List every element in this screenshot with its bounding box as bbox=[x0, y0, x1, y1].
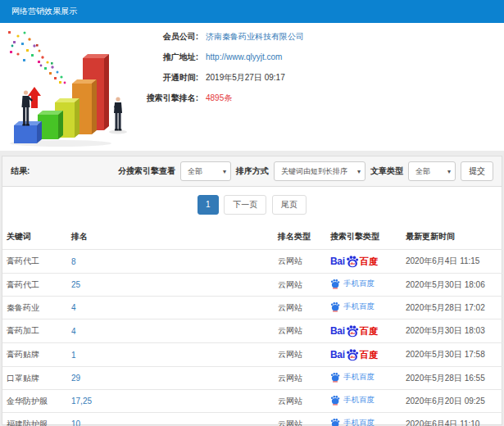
mobile-baidu-paw-icon bbox=[330, 418, 340, 426]
mobile-baidu-logo: 手机百度 bbox=[330, 279, 375, 289]
page-title: 网络营销效果展示 bbox=[11, 7, 77, 16]
submit-button[interactable]: 提交 bbox=[461, 161, 493, 181]
engine-cell: Bai du 百度 bbox=[330, 250, 406, 274]
mobile-baidu-label: 手机百度 bbox=[343, 372, 375, 383]
article-type-select[interactable]: 全部 ▾ bbox=[408, 161, 456, 181]
table-header-row: 关键词 排名 排名类型 搜索引擎类型 最新更新时间 bbox=[2, 224, 502, 250]
baidu-paw-icon: du bbox=[346, 255, 359, 268]
column-header: 搜索引擎类型 bbox=[330, 224, 406, 250]
info-value[interactable]: http://www.qlyyjt.com bbox=[206, 52, 282, 61]
info-value: 4895条 bbox=[206, 93, 232, 104]
table-row: 金华防护服 17,25 云网站 手机百度 2020年6月20日 09:25 bbox=[2, 390, 502, 413]
baidu-pc-logo: Bai du 百度 bbox=[330, 324, 378, 338]
filter-label: 分搜索引擎查看 bbox=[118, 165, 175, 177]
pagination: 1 下一页 尾页 bbox=[2, 195, 502, 215]
table-row: 膏药贴牌 1 云网站 Bai du 百度 2020年5月30日 17:58 bbox=[2, 343, 502, 367]
mobile-baidu-paw-icon bbox=[330, 301, 340, 312]
engine-cell: 手机百度 bbox=[330, 297, 406, 320]
keyword-cell: 口罩贴牌 bbox=[2, 367, 71, 390]
baidu-logo-latin: Bai bbox=[330, 325, 345, 337]
updated-cell: 2020年5月30日 17:58 bbox=[406, 343, 502, 367]
info-label: 搜索引擎排名: bbox=[144, 93, 198, 104]
updated-cell: 2020年6月20日 09:25 bbox=[406, 390, 502, 413]
info-label: 推广地址: bbox=[144, 52, 198, 63]
table-row: 福建防护服 10 云网站 手机百度 2020年6月4日 11:10 bbox=[2, 413, 502, 426]
member-info-fields: 会员公司: 济南秦鲁药业科技有限公司 推广地址: http://www.qlyy… bbox=[144, 23, 304, 151]
baidu-logo-chinese: 百度 bbox=[360, 256, 378, 268]
table-row: 秦鲁药业 4 云网站 手机百度 2020年5月28日 17:02 bbox=[2, 297, 502, 320]
rank-type-cell: 云网站 bbox=[278, 274, 330, 297]
rank-link[interactable]: 10 bbox=[71, 419, 80, 426]
filter-controls: 分搜索引擎查看 全部 ▾排序方式 关键词由短到长排序 ▾文章类型 全部 ▾提交 bbox=[118, 161, 493, 181]
rank-link[interactable]: 25 bbox=[71, 280, 80, 289]
keyword-cell: 膏药代工 bbox=[2, 274, 71, 297]
table-row: 口罩贴牌 29 云网站 手机百度 2020年5月28日 16:55 bbox=[2, 367, 502, 390]
page-button[interactable]: 下一页 bbox=[224, 195, 266, 215]
page-button[interactable]: 1 bbox=[198, 195, 219, 215]
sort-order-select[interactable]: 关键词由短到长排序 ▾ bbox=[274, 161, 366, 181]
baidu-logo-latin: Bai bbox=[330, 256, 345, 267]
updated-cell: 2020年6月4日 11:10 bbox=[406, 413, 502, 426]
baidu-du-text: du bbox=[350, 355, 355, 359]
updated-cell: 2020年5月30日 18:03 bbox=[406, 320, 502, 343]
baidu-logo-chinese: 百度 bbox=[360, 349, 378, 361]
engine-cell: 手机百度 bbox=[330, 274, 406, 297]
rank-type-cell: 云网站 bbox=[278, 343, 330, 367]
rank-link[interactable]: 4 bbox=[71, 327, 76, 336]
updated-cell: 2020年5月30日 18:06 bbox=[406, 274, 502, 297]
rank-link[interactable]: 4 bbox=[71, 303, 76, 312]
updated-cell: 2020年5月28日 16:55 bbox=[406, 367, 502, 390]
select-value: 全部 bbox=[415, 166, 430, 177]
rank-link[interactable]: 1 bbox=[71, 351, 76, 360]
results-panel-body: 1 下一页 尾页 关键词 排名 排名类型 搜索引擎类型 最新更新时间 膏药代工 … bbox=[2, 187, 502, 426]
mobile-baidu-paw-icon bbox=[330, 279, 340, 289]
engine-filter-select[interactable]: 全部 ▾ bbox=[180, 161, 231, 181]
rank-link[interactable]: 8 bbox=[71, 257, 76, 266]
mobile-baidu-label: 手机百度 bbox=[343, 301, 375, 312]
baidu-paw-icon: du bbox=[346, 348, 359, 361]
mobile-baidu-logo: 手机百度 bbox=[330, 395, 375, 406]
engine-cell: 手机百度 bbox=[330, 367, 406, 390]
baidu-pc-logo: Bai du 百度 bbox=[330, 255, 378, 268]
filter-bar: 结果: 分搜索引擎查看 全部 ▾排序方式 关键词由短到长排序 ▾文章类型 全部 … bbox=[2, 156, 502, 187]
caret-down-icon: ▾ bbox=[223, 168, 226, 175]
keyword-cell: 金华防护服 bbox=[2, 390, 71, 413]
updated-cell: 2020年6月4日 11:15 bbox=[406, 250, 502, 274]
confetti-dots bbox=[8, 31, 66, 84]
caret-down-icon: ▾ bbox=[447, 168, 451, 175]
info-value[interactable]: 济南秦鲁药业科技有限公司 bbox=[206, 31, 304, 43]
baidu-logo-chinese: 百度 bbox=[360, 325, 378, 338]
rank-link[interactable]: 17,25 bbox=[71, 397, 92, 406]
info-label: 会员公司: bbox=[144, 31, 198, 43]
keyword-cell: 福建防护服 bbox=[2, 413, 71, 426]
mobile-baidu-paw-icon bbox=[330, 395, 340, 406]
info-row: 开通时间: 2019年5月27日 09:17 bbox=[144, 67, 304, 88]
results-table: 关键词 排名 排名类型 搜索引擎类型 最新更新时间 膏药代工 8 云网站 Bai… bbox=[2, 224, 502, 426]
select-value: 关键词由短到长排序 bbox=[281, 166, 347, 177]
column-header: 排名 bbox=[71, 224, 278, 250]
businessman-right bbox=[114, 97, 122, 130]
member-info-section: 会员公司: 济南秦鲁药业科技有限公司 推广地址: http://www.qlyy… bbox=[0, 23, 504, 151]
rank-type-cell: 云网站 bbox=[278, 250, 330, 274]
baidu-logo-latin: Bai bbox=[330, 349, 345, 360]
engine-cell: 手机百度 bbox=[330, 390, 406, 413]
info-value: 2019年5月27日 09:17 bbox=[206, 72, 285, 84]
column-header: 排名类型 bbox=[278, 224, 330, 250]
keyword-cell: 膏药贴牌 bbox=[2, 343, 71, 367]
baidu-pc-logo: Bai du 百度 bbox=[330, 348, 378, 361]
title-bar: 网络营销效果展示 bbox=[0, 0, 504, 23]
filter-label: 排序方式 bbox=[236, 165, 269, 177]
results-section-label: 结果: bbox=[11, 165, 30, 177]
page-button[interactable]: 尾页 bbox=[272, 195, 306, 215]
rank-link[interactable]: 29 bbox=[71, 374, 80, 383]
keyword-cell: 膏药加工 bbox=[2, 320, 71, 343]
info-label: 开通时间: bbox=[144, 72, 198, 84]
baidu-du-text: du bbox=[350, 331, 355, 335]
mobile-baidu-label: 手机百度 bbox=[343, 418, 375, 426]
info-row: 推广地址: http://www.qlyyjt.com bbox=[144, 47, 304, 67]
rank-type-cell: 云网站 bbox=[278, 413, 330, 426]
engine-cell: Bai du 百度 bbox=[330, 320, 406, 343]
rank-type-cell: 云网站 bbox=[278, 390, 330, 413]
rank-type-cell: 云网站 bbox=[278, 367, 330, 390]
table-row: 膏药代工 8 云网站 Bai du 百度 2020年6月4日 11:15 bbox=[2, 250, 502, 274]
